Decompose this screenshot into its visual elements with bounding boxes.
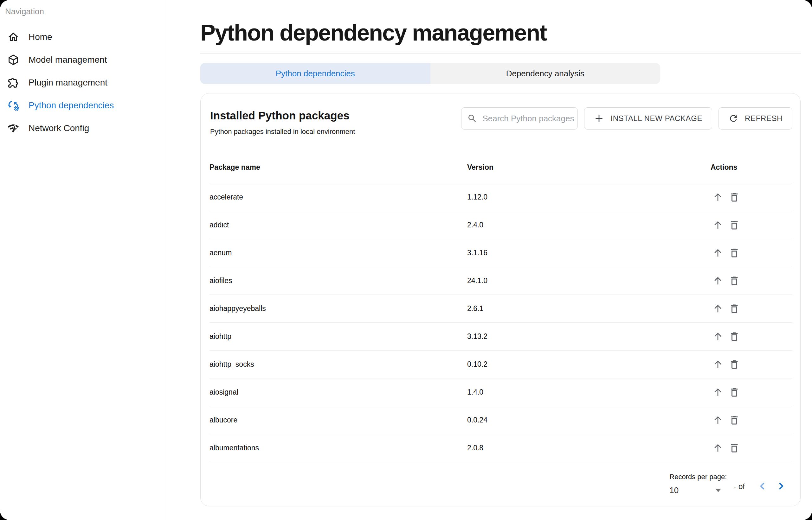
- upgrade-package-button[interactable]: [712, 442, 724, 454]
- records-per-page-group: Records per page: 10: [669, 473, 727, 495]
- sidebar-item-home[interactable]: Home: [0, 26, 167, 48]
- next-page-button[interactable]: [774, 479, 788, 493]
- install-new-package-button[interactable]: INSTALL NEW PACKAGE: [584, 107, 712, 130]
- upgrade-package-button[interactable]: [712, 414, 724, 426]
- package-name-cell: aiohttp_socks: [210, 360, 467, 369]
- table-header-row: Package name Version Actions: [210, 152, 792, 183]
- install-button-label: INSTALL NEW PACKAGE: [610, 114, 702, 123]
- packages-table: Package name Version Actions accelerate …: [210, 152, 792, 462]
- sidebar-item-plugin-management[interactable]: Plugin management: [0, 71, 167, 94]
- table-row: albumentations 2.0.8: [210, 434, 792, 462]
- search-box[interactable]: [461, 107, 578, 130]
- delete-package-button[interactable]: [728, 414, 740, 426]
- sidebar-item-label: Plugin management: [28, 78, 107, 88]
- upgrade-package-button[interactable]: [712, 386, 724, 398]
- upgrade-package-button[interactable]: [712, 191, 724, 203]
- delete-package-button[interactable]: [728, 191, 740, 203]
- trash-icon: [729, 247, 740, 259]
- chevron-down-icon: [715, 489, 721, 492]
- column-header-actions: Actions: [711, 163, 792, 172]
- tab-python-dependencies[interactable]: Python dependencies: [200, 63, 430, 84]
- sidebar-item-label: Model management: [28, 55, 107, 65]
- upgrade-package-button[interactable]: [712, 219, 724, 231]
- column-header-version: Version: [467, 163, 711, 172]
- upgrade-arrow-icon: [712, 387, 723, 398]
- package-name-cell: albucore: [210, 416, 467, 424]
- version-cell: 0.10.2: [467, 360, 711, 369]
- upgrade-arrow-icon: [712, 275, 723, 287]
- upgrade-arrow-icon: [712, 191, 723, 203]
- package-name-cell: accelerate: [210, 193, 467, 201]
- table-row: aiohappyeyeballs 2.6.1: [210, 295, 792, 323]
- trash-icon: [729, 219, 740, 231]
- trash-icon: [729, 359, 740, 370]
- sidebar-item-label: Home: [28, 32, 52, 42]
- table-row: accelerate 1.12.0: [210, 183, 792, 211]
- card-header: Installed Python packages Python package…: [210, 107, 792, 136]
- chevron-right-icon: [776, 481, 786, 491]
- version-cell: 2.4.0: [467, 221, 711, 229]
- table-row: aiohttp_socks 0.10.2: [210, 350, 792, 379]
- sidebar-item-model-management[interactable]: Model management: [0, 48, 167, 71]
- sidebar-item-label: Python dependencies: [28, 100, 114, 110]
- sidebar-caption: Navigation: [0, 5, 167, 18]
- trash-icon: [729, 303, 740, 314]
- records-per-page-value: 10: [669, 486, 679, 495]
- version-cell: 3.13.2: [467, 332, 711, 341]
- puzzle-icon: [7, 76, 20, 89]
- package-name-cell: addict: [210, 221, 467, 229]
- upgrade-arrow-icon: [712, 331, 723, 342]
- version-cell: 24.1.0: [467, 277, 711, 285]
- tab-dependency-analysis[interactable]: Dependency analysis: [430, 63, 661, 84]
- records-per-page-select[interactable]: 10: [669, 486, 722, 495]
- upgrade-arrow-icon: [712, 303, 723, 314]
- sidebar-item-python-dependencies[interactable]: Python dependencies: [0, 94, 167, 117]
- sidebar-item-network-config[interactable]: Network Config: [0, 117, 167, 140]
- title-divider: [200, 53, 801, 54]
- card-actions: INSTALL NEW PACKAGE REFRESH: [461, 107, 792, 130]
- records-per-page-label: Records per page:: [669, 473, 727, 481]
- upgrade-arrow-icon: [712, 219, 723, 231]
- upgrade-package-button[interactable]: [712, 275, 724, 287]
- upgrade-package-button[interactable]: [712, 359, 724, 370]
- upgrade-package-button[interactable]: [712, 247, 724, 259]
- cube-icon: [7, 54, 20, 66]
- column-header-package-name: Package name: [210, 163, 467, 172]
- search-icon: [467, 113, 477, 124]
- trash-icon: [729, 387, 740, 398]
- delete-package-button[interactable]: [728, 275, 740, 287]
- sidebar-item-label: Network Config: [28, 123, 89, 133]
- chevron-left-icon: [758, 481, 768, 491]
- delete-package-button[interactable]: [728, 219, 740, 231]
- previous-page-button[interactable]: [756, 479, 769, 493]
- version-cell: 2.6.1: [467, 304, 711, 313]
- trash-icon: [729, 275, 740, 287]
- delete-package-button[interactable]: [728, 359, 740, 370]
- upgrade-package-button[interactable]: [712, 303, 724, 315]
- table-row: addict 2.4.0: [210, 211, 792, 239]
- card-subtitle: Python packages installed in local envir…: [210, 128, 355, 136]
- table-row: aiofiles 24.1.0: [210, 267, 792, 295]
- app-window: Navigation Home Model management Plugin …: [0, 0, 812, 520]
- package-name-cell: aiohttp: [210, 332, 467, 341]
- package-name-cell: aiosignal: [210, 388, 467, 396]
- trash-icon: [729, 442, 740, 454]
- table-row: aiosignal 1.4.0: [210, 379, 792, 406]
- version-cell: 1.4.0: [467, 388, 711, 396]
- card-title: Installed Python packages: [210, 109, 355, 122]
- delete-package-button[interactable]: [728, 331, 740, 343]
- version-cell: 1.12.0: [467, 193, 711, 201]
- refresh-button[interactable]: REFRESH: [718, 107, 792, 130]
- trash-icon: [729, 415, 740, 426]
- delete-package-button[interactable]: [728, 303, 740, 315]
- sync-gear-icon: [7, 99, 20, 112]
- search-input[interactable]: [482, 113, 575, 124]
- version-cell: 2.0.8: [467, 444, 711, 452]
- upgrade-package-button[interactable]: [712, 331, 724, 343]
- sidebar: Navigation Home Model management Plugin …: [0, 0, 167, 520]
- delete-package-button[interactable]: [728, 247, 740, 259]
- package-name-cell: albumentations: [210, 444, 467, 452]
- delete-package-button[interactable]: [728, 442, 740, 454]
- delete-package-button[interactable]: [728, 386, 740, 398]
- package-name-cell: aenum: [210, 249, 467, 257]
